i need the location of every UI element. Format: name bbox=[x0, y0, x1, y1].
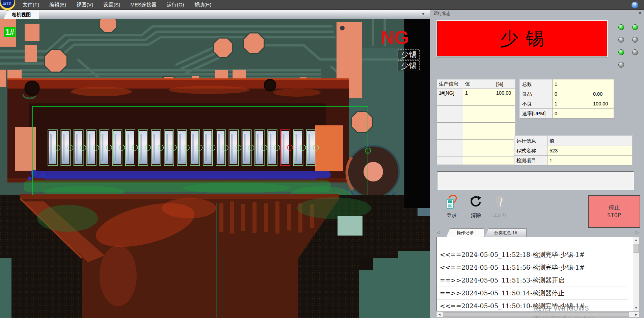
scroll-right-icon[interactable]: ► bbox=[634, 312, 639, 317]
clear-label: 清除 bbox=[465, 212, 487, 219]
table-row: 检测项目1 bbox=[514, 156, 633, 166]
menu-item[interactable]: 帮助(H) bbox=[189, 0, 216, 9]
tab-classification-summary[interactable]: 分类汇总-1# bbox=[485, 228, 527, 237]
production-table: 生产信息 值 [%] 1#[NG] 1 100.00 bbox=[436, 79, 515, 165]
log-tab-strip: ◁ 操作记录 分类汇总-1# ▷ bbox=[436, 228, 639, 237]
alarm-banner: 少锡 bbox=[437, 21, 607, 56]
log-rows: <<==2024-05-05_11:52:18-检测完毕-少锡-1#<<==20… bbox=[437, 248, 628, 311]
login-label: 登录 bbox=[441, 212, 462, 219]
menu-bar: JETS 文件(F)编辑(E)视图(V)设置(S)MES连接器运行(O)帮助(H… bbox=[0, 0, 644, 10]
close-icon[interactable]: ✕ bbox=[637, 10, 643, 16]
alarm-banner-frame: 少锡 bbox=[436, 20, 608, 57]
led-light-button[interactable]: LED 灯 bbox=[489, 194, 510, 218]
connector-body bbox=[7, 78, 349, 182]
scroll-up-icon[interactable]: ▲ bbox=[633, 237, 639, 243]
log-entry: <<==2024-05-05_11:52:18-检测完毕-少锡-1# bbox=[437, 248, 628, 261]
table-row: 运行信息值 bbox=[514, 136, 633, 146]
status-led-green bbox=[618, 24, 624, 30]
tab-scroll-left-icon[interactable]: ◁ bbox=[437, 230, 440, 235]
scroll-left-icon[interactable]: ◄ bbox=[437, 312, 442, 317]
chevron-down-icon[interactable]: ▼ bbox=[421, 11, 425, 16]
camera-view[interactable]: 1# NG 少锡 少锡 bbox=[0, 19, 430, 318]
tab-scroll-right-icon[interactable]: ▷ bbox=[636, 230, 639, 235]
app-logo-icon: JETS bbox=[0, 0, 16, 10]
table-row bbox=[437, 123, 515, 131]
stats-table: 总数1 良品00.00 不良1100.00 速率[UPM]0 bbox=[520, 79, 614, 119]
svg-text:1#: 1# bbox=[5, 27, 15, 36]
message-box bbox=[437, 171, 634, 190]
led-label: LED 灯 bbox=[489, 212, 510, 218]
table-row bbox=[437, 114, 515, 123]
menu-item[interactable]: 编辑(E) bbox=[44, 0, 71, 9]
tab-operation-log[interactable]: 操作记录 bbox=[446, 228, 484, 237]
operation-log-list[interactable]: <<==2024-05-05_11:52:18-检测完毕-少锡-1#<<==20… bbox=[436, 237, 639, 311]
tab-camera-view[interactable]: 相机视图 bbox=[3, 10, 39, 19]
login-badge-icon bbox=[444, 205, 459, 211]
login-button[interactable]: 登录 bbox=[441, 194, 462, 219]
hscroll-thumb[interactable] bbox=[443, 312, 629, 317]
log-entry: <<==2024-05-05_11:50:10-检测完毕-少锡-1# bbox=[437, 300, 628, 311]
table-row: 不良1100.00 bbox=[520, 99, 614, 109]
log-entry: <<==2024-05-05_11:51:56-检测完毕-少锡-1# bbox=[437, 261, 628, 274]
svg-text:少锡: 少锡 bbox=[401, 50, 417, 59]
prod-col-header: 值 bbox=[463, 79, 494, 89]
status-led-gray bbox=[618, 62, 624, 68]
status-led-gray bbox=[632, 49, 638, 55]
menu-item[interactable]: 运行(O) bbox=[162, 0, 189, 9]
status-led-green bbox=[632, 24, 638, 30]
status-led-gray bbox=[632, 37, 638, 43]
row-end-pad-right bbox=[315, 125, 343, 171]
verdict-text: NG bbox=[381, 27, 409, 48]
log-entry: ==>>2024-05-05_11:51:53-检测器开启 bbox=[437, 274, 628, 287]
led-bulb-icon bbox=[492, 205, 507, 211]
status-led-green bbox=[618, 49, 624, 55]
clear-refresh-icon bbox=[468, 205, 483, 211]
table-row bbox=[437, 156, 515, 165]
prod-col-header: 生产信息 bbox=[437, 79, 463, 89]
help-icon[interactable]: ? bbox=[632, 2, 638, 8]
table-row bbox=[437, 97, 515, 106]
prod-col-header: [%] bbox=[494, 79, 515, 89]
table-row bbox=[437, 140, 515, 148]
vscroll-thumb[interactable] bbox=[634, 244, 639, 253]
row-end-pad-left bbox=[15, 127, 36, 171]
vertical-scrollbar[interactable]: ▲ ▼ bbox=[633, 237, 639, 311]
application-window: JETS 文件(F)编辑(E)视图(V)设置(S)MES连接器运行(O)帮助(H… bbox=[0, 0, 644, 318]
panel-title: 运行状态 bbox=[434, 11, 451, 17]
led-grid bbox=[618, 24, 638, 68]
table-row: 速率[UPM]0 bbox=[520, 109, 614, 119]
run-info-table: 运行信息值 程式名称523 检测项目1 bbox=[514, 136, 633, 166]
scroll-down-icon[interactable]: ▼ bbox=[633, 305, 639, 311]
menu-item[interactable]: MES连接器 bbox=[125, 0, 162, 9]
clear-button[interactable]: 清除 bbox=[465, 194, 487, 219]
menu-item[interactable]: 视图(V) bbox=[71, 0, 98, 9]
pcb-image: 1# NG 少锡 少锡 bbox=[0, 19, 430, 318]
camera-tab-bar: 相机视图 ▼ bbox=[0, 9, 430, 19]
table-row bbox=[437, 106, 515, 114]
stop-button[interactable]: 停止 STOP bbox=[588, 195, 640, 228]
table-row: 总数1 bbox=[520, 79, 614, 89]
svg-text:少锡: 少锡 bbox=[401, 61, 417, 70]
stop-label-en: STOP bbox=[607, 212, 621, 219]
menu-item[interactable]: 设置(S) bbox=[98, 0, 125, 9]
horizontal-scrollbar[interactable]: ◄ ► bbox=[436, 312, 639, 317]
menu-items: 文件(F)编辑(E)视图(V)设置(S)MES连接器运行(O)帮助(H) bbox=[18, 0, 216, 9]
stop-label-cn: 停止 bbox=[609, 204, 620, 212]
table-row: 程式名称523 bbox=[514, 146, 633, 156]
table-row bbox=[437, 131, 515, 140]
station-label: 1# bbox=[4, 27, 16, 37]
status-led-gray bbox=[618, 37, 624, 43]
table-row: 1#[NG] 1 100.00 bbox=[437, 89, 515, 97]
table-row bbox=[437, 148, 515, 156]
menu-item[interactable]: 文件(F) bbox=[18, 0, 44, 9]
log-entry: ==>>2024-05-05_11:50:14-检测器停止 bbox=[437, 287, 628, 300]
table-row: 良品00.00 bbox=[520, 89, 614, 99]
